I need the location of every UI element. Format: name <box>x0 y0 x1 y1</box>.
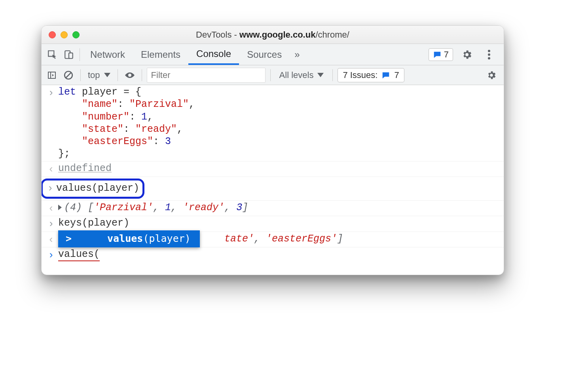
console-output-row: (4) ['Parzival', 1, 'ready', 3] <box>42 200 504 216</box>
separator <box>80 69 81 81</box>
array-preview[interactable]: (4) ['Parzival', 1, 'ready', 3] <box>58 201 501 214</box>
console-output-row: undefined <box>42 161 504 177</box>
title-path: /chrome/ <box>315 30 349 40</box>
live-input[interactable]: values( <box>58 248 501 260</box>
svg-rect-5 <box>48 72 55 78</box>
svg-rect-1 <box>69 53 73 58</box>
context-picker[interactable]: top <box>85 70 113 80</box>
highlight-annotation: values(player) <box>41 179 144 199</box>
titlebar: DevTools - www.google.co.uk/chrome/ <box>42 26 504 44</box>
code-block: let player = { "name": "Parzival", "numb… <box>58 86 501 160</box>
console-input-row: keys(player) <box>42 216 504 232</box>
clear-console-icon[interactable] <box>61 68 76 82</box>
output-prompt-icon <box>44 233 58 247</box>
undefined-value: undefined <box>58 163 112 174</box>
tab-sources[interactable]: Sources <box>239 44 290 65</box>
levels-label: All levels <box>279 70 314 80</box>
input-prompt-icon <box>44 181 56 195</box>
issues-count: 7 <box>394 70 399 80</box>
log-levels-picker[interactable]: All levels <box>275 70 328 80</box>
separator <box>270 69 271 81</box>
separator <box>118 69 118 81</box>
separator <box>332 69 333 81</box>
live-prompt-icon <box>44 248 58 262</box>
console-input-row: values(player) <box>42 177 504 200</box>
console-input-row: let player = { "name": "Parzival", "numb… <box>42 85 504 161</box>
console-output-row: tate', 'easterEggs'] >values(player) <box>42 232 504 247</box>
expand-icon[interactable] <box>58 205 62 210</box>
inspect-element-icon[interactable] <box>44 46 61 63</box>
console-settings-icon[interactable] <box>486 68 501 82</box>
settings-icon[interactable] <box>459 46 475 63</box>
autocomplete-match: values <box>107 232 143 245</box>
chevron-down-icon <box>317 73 324 77</box>
console-live-input-row[interactable]: values( <box>42 247 504 263</box>
output-prompt-icon <box>44 162 58 176</box>
console-body: let player = { "name": "Parzival", "numb… <box>42 85 504 275</box>
separator <box>142 69 142 81</box>
issues-button[interactable]: 7 Issues: 7 <box>338 68 404 82</box>
autocomplete-popup[interactable]: >values(player) <box>58 230 200 247</box>
issues-label: 7 Issues: <box>343 70 377 80</box>
autocomplete-suffix: (player) <box>143 232 190 245</box>
window-title: DevTools - www.google.co.uk/chrome/ <box>42 30 504 40</box>
history-chevron-icon: > <box>66 232 72 245</box>
messages-count: 7 <box>444 49 449 60</box>
svg-point-3 <box>488 53 490 55</box>
context-label: top <box>88 70 100 80</box>
tab-console[interactable]: Console <box>188 44 239 65</box>
tab-more[interactable]: » <box>290 44 304 65</box>
console-toolbar: top All levels 7 Issues: 7 <box>42 65 504 85</box>
messages-badge[interactable]: 7 <box>429 48 453 61</box>
svg-line-8 <box>66 72 71 78</box>
code-line: values(player) <box>56 182 139 194</box>
kebab-menu-icon[interactable] <box>481 46 497 63</box>
message-icon <box>381 71 390 80</box>
live-expression-icon[interactable] <box>123 68 137 82</box>
toggle-sidebar-icon[interactable] <box>45 68 59 82</box>
svg-point-4 <box>488 57 490 59</box>
title-host: www.google.co.uk <box>239 30 315 40</box>
tab-elements[interactable]: Elements <box>133 44 188 65</box>
svg-point-2 <box>488 49 490 52</box>
chevron-down-icon <box>104 73 110 77</box>
input-prompt-icon <box>44 86 58 100</box>
input-prompt-icon <box>44 217 58 231</box>
title-prefix: DevTools - <box>196 30 239 40</box>
message-icon <box>433 50 442 59</box>
device-toolbar-icon[interactable] <box>61 46 77 63</box>
tab-network[interactable]: Network <box>82 44 133 65</box>
main-tabbar: Network Elements Console Sources » 7 <box>42 44 504 65</box>
code-line: keys(player) <box>58 217 501 229</box>
panel-tabs: Network Elements Console Sources » <box>82 44 305 65</box>
separator <box>80 48 80 61</box>
devtools-window: DevTools - www.google.co.uk/chrome/ Netw… <box>41 25 504 275</box>
filter-input[interactable] <box>147 68 266 83</box>
output-prompt-icon <box>44 201 58 215</box>
